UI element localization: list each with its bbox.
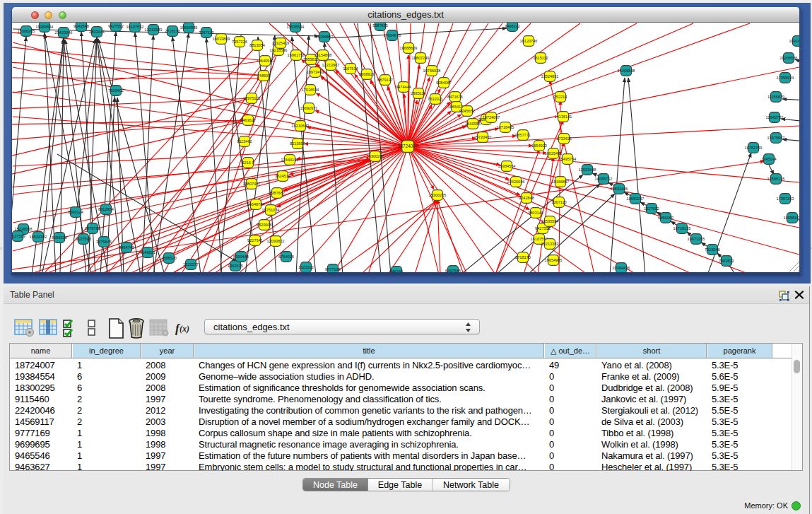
svg-text:15720407: 15720407 xyxy=(474,135,492,139)
svg-text:7515546: 7515546 xyxy=(705,247,720,252)
svg-text:8813054: 8813054 xyxy=(249,43,265,47)
svg-text:17016534: 17016534 xyxy=(302,88,319,92)
svg-text:748503: 748503 xyxy=(257,74,271,78)
svg-text:8471676: 8471676 xyxy=(447,95,463,99)
svg-text:9242848: 9242848 xyxy=(519,196,534,200)
svg-text:1615112: 1615112 xyxy=(533,56,548,60)
svg-text:7632021: 7632021 xyxy=(428,97,443,101)
svg-text:2803144: 2803144 xyxy=(89,30,105,34)
svg-text:9657771: 9657771 xyxy=(515,133,531,137)
svg-text:9146821: 9146821 xyxy=(140,250,155,255)
svg-text:1588520: 1588520 xyxy=(161,256,177,260)
svg-text:14136141: 14136141 xyxy=(555,115,572,119)
svg-text:9529906: 9529906 xyxy=(257,223,272,227)
svg-text:19654985: 19654985 xyxy=(180,25,198,30)
svg-text:9427552: 9427552 xyxy=(108,24,124,28)
svg-text:9777169: 9777169 xyxy=(325,267,341,271)
svg-text:9127508: 9127508 xyxy=(76,237,91,241)
svg-text:13535594: 13535594 xyxy=(287,25,305,29)
svg-text:15692971: 15692971 xyxy=(300,106,318,110)
svg-text:9242848: 9242848 xyxy=(73,24,89,28)
svg-text:19384554: 19384554 xyxy=(36,25,54,29)
svg-text:16154808: 16154808 xyxy=(314,53,332,57)
svg-text:6216 0: 6216 0 xyxy=(242,160,254,165)
svg-text:14055712: 14055712 xyxy=(595,177,613,181)
svg-text:19166857: 19166857 xyxy=(552,180,570,184)
svg-text:20364436: 20364436 xyxy=(613,266,630,270)
svg-text:3624514: 3624514 xyxy=(275,174,290,178)
svg-text:18807249: 18807249 xyxy=(412,56,430,60)
svg-text:11156829: 11156829 xyxy=(767,95,784,99)
svg-text:19384554: 19384554 xyxy=(498,164,516,168)
svg-text:8215958: 8215958 xyxy=(290,141,305,146)
svg-text:11325419: 11325419 xyxy=(272,41,289,45)
svg-text:23420046: 23420046 xyxy=(55,30,73,35)
svg-text:15495794: 15495794 xyxy=(559,157,577,161)
svg-text:12213967: 12213967 xyxy=(322,63,340,67)
svg-text:12213383: 12213383 xyxy=(145,28,163,32)
svg-text:9227341: 9227341 xyxy=(247,238,263,243)
svg-text:10973493: 10973493 xyxy=(307,70,324,74)
svg-text:16648784: 16648784 xyxy=(247,202,265,206)
svg-text:16107552: 16107552 xyxy=(126,25,144,29)
svg-text:10671355: 10671355 xyxy=(688,237,705,241)
svg-text:16961758: 16961758 xyxy=(288,53,305,57)
svg-text:9463627: 9463627 xyxy=(240,118,256,122)
svg-text:7625402: 7625402 xyxy=(108,88,124,93)
svg-text:16543382: 16543382 xyxy=(30,235,47,239)
svg-text:7955812: 7955812 xyxy=(303,57,319,62)
svg-text:16120746: 16120746 xyxy=(520,39,538,43)
svg-text:2876768: 2876768 xyxy=(85,226,100,230)
svg-text:13535594: 13535594 xyxy=(541,219,559,223)
svg-text:7663822: 7663822 xyxy=(719,259,734,263)
svg-text:3675645: 3675645 xyxy=(96,240,112,244)
svg-text:1167534: 1167534 xyxy=(343,66,358,71)
svg-text:12093822: 12093822 xyxy=(267,239,285,243)
svg-text:8990448: 8990448 xyxy=(233,255,249,259)
svg-text:15300205: 15300205 xyxy=(429,193,447,197)
svg-text:18724007: 18724007 xyxy=(483,115,500,119)
svg-text:7357224: 7357224 xyxy=(232,40,247,44)
svg-text:13640910: 13640910 xyxy=(257,59,274,63)
svg-text:1362615: 1362615 xyxy=(228,264,243,268)
svg-text:12213383: 12213383 xyxy=(541,242,559,246)
svg-text:8938923: 8938923 xyxy=(359,72,375,76)
svg-text:2387682: 2387682 xyxy=(269,191,285,195)
svg-text:12505135: 12505135 xyxy=(767,177,785,181)
svg-text:17957253: 17957253 xyxy=(777,197,794,201)
svg-text:16409948: 16409948 xyxy=(618,69,635,73)
svg-text:16210643: 16210643 xyxy=(292,124,310,128)
svg-text:9245652: 9245652 xyxy=(459,109,475,113)
svg-text:(x): (x) xyxy=(180,324,189,334)
svg-text:2718170: 2718170 xyxy=(515,255,531,259)
svg-text:10719155: 10719155 xyxy=(673,226,691,230)
svg-text:1527602: 1527602 xyxy=(644,206,659,211)
svg-text:13716485: 13716485 xyxy=(497,125,514,129)
svg-text:8660124: 8660124 xyxy=(68,210,83,214)
svg-text:18724007: 18724007 xyxy=(398,144,418,148)
svg-text:2935114: 2935114 xyxy=(411,91,425,95)
svg-text:9084067: 9084067 xyxy=(436,81,452,85)
svg-text:10756928: 10756928 xyxy=(423,69,441,73)
svg-text:8912954: 8912954 xyxy=(98,207,114,211)
svg-text:17004678: 17004678 xyxy=(384,33,401,37)
svg-text:1640956: 1640956 xyxy=(465,122,481,126)
svg-text:3267110: 3267110 xyxy=(551,200,566,204)
svg-text:6466160: 6466160 xyxy=(658,216,673,220)
svg-text:15300205: 15300205 xyxy=(367,154,384,158)
svg-text:19166857: 19166857 xyxy=(316,35,334,39)
svg-text:13975867: 13975867 xyxy=(767,136,785,140)
svg-text:6794028: 6794028 xyxy=(278,255,294,259)
svg-text:1322037: 1322037 xyxy=(183,262,199,267)
svg-text:10653257: 10653257 xyxy=(627,197,645,201)
svg-text:20206556: 20206556 xyxy=(780,56,798,60)
svg-text:16914479: 16914479 xyxy=(789,39,799,43)
svg-text:9474444: 9474444 xyxy=(396,85,411,89)
svg-text:10807487: 10807487 xyxy=(243,182,261,186)
svg-text:8454749: 8454749 xyxy=(119,245,134,250)
svg-text:12975115: 12975115 xyxy=(243,96,260,100)
svg-text:20691406: 20691406 xyxy=(611,187,628,191)
svg-text:10025483: 10025483 xyxy=(545,151,563,156)
svg-text:1621022: 1621022 xyxy=(298,265,314,269)
svg-text:10958107: 10958107 xyxy=(784,216,799,220)
